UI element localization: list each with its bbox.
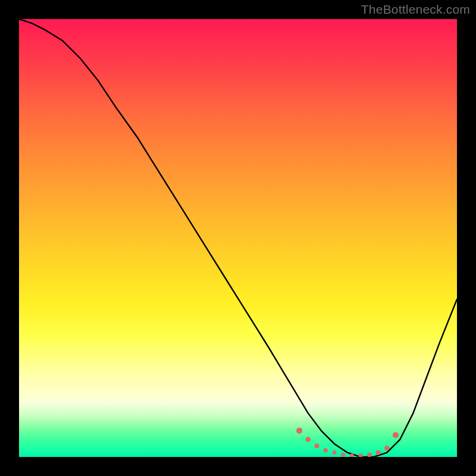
valley-marker [376, 450, 381, 455]
valley-marker [323, 448, 328, 453]
watermark-text: TheBottleneck.com [361, 2, 470, 17]
valley-marker [314, 444, 319, 449]
plot-area [19, 19, 457, 457]
bottleneck-curve [19, 19, 457, 457]
valley-marker [384, 446, 390, 451]
curve-svg [19, 19, 457, 457]
valley-marker [358, 453, 362, 457]
valley-marker [296, 428, 302, 434]
valley-marker [393, 432, 399, 438]
valley-marker [367, 453, 372, 457]
valley-marker [332, 450, 336, 455]
chart-frame: TheBottleneck.com [0, 0, 476, 476]
valley-marker [341, 453, 345, 457]
valley-marker [305, 437, 311, 442]
